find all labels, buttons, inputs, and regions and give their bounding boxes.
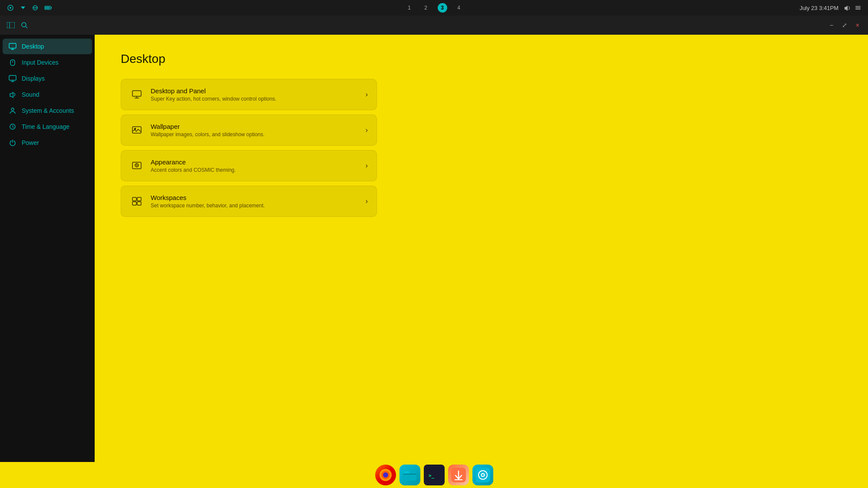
svg-rect-8 (855, 6, 861, 7)
svg-rect-18 (10, 60, 15, 66)
desktop-panel-icon (130, 88, 144, 102)
input-devices-icon (9, 59, 17, 66)
top-bar: 1 2 3 4 July 23 3:41PM (0, 0, 868, 16)
card-desktop-panel[interactable]: Desktop and Panel Super Key action, hot … (121, 79, 377, 110)
speaker-icon[interactable] (844, 5, 851, 11)
power-icon (9, 139, 17, 146)
displays-icon (9, 75, 17, 82)
desktop-icon (9, 43, 17, 50)
sidebar-item-input-devices[interactable]: Input Devices (3, 55, 92, 70)
workspace-4[interactable]: 4 (454, 3, 464, 13)
sidebar-item-desktop[interactable]: Desktop (3, 39, 92, 54)
taskbar-app-files[interactable] (399, 465, 420, 485)
secondary-toolbar: − ⤢ × (0, 16, 868, 35)
svg-point-51 (482, 474, 484, 476)
card-wallpaper[interactable]: Wallpaper Wallpaper images, colors, and … (121, 115, 377, 146)
clock: July 23 3:41PM (799, 5, 838, 11)
system-tray (844, 5, 861, 11)
sidebar-item-system-accounts[interactable]: System & Accounts (3, 103, 92, 118)
chevron-right-icon-3: › (366, 162, 368, 170)
taskbar-app-downloader[interactable] (448, 465, 469, 485)
svg-rect-7 (45, 7, 50, 9)
svg-rect-37 (132, 202, 136, 205)
svg-rect-10 (855, 9, 861, 10)
card-appearance-desc: Accent colors and COSMIC theming. (151, 167, 361, 173)
taskbar-app-terminal[interactable]: >_ (424, 465, 445, 485)
system-accounts-icon (9, 107, 17, 114)
page-title: Desktop (121, 52, 842, 66)
arrow-down-icon[interactable] (20, 5, 26, 11)
sidebar-item-displays[interactable]: Displays (3, 71, 92, 86)
sidebar-item-time-language[interactable]: Time & Language (3, 119, 92, 134)
wallpaper-icon (130, 123, 144, 137)
card-wallpaper-desc: Wallpaper images, colors, and slideshow … (151, 131, 361, 138)
card-desktop-panel-text: Desktop and Panel Super Key action, hot … (151, 87, 361, 102)
svg-point-41 (383, 472, 388, 478)
svg-text:>_: >_ (429, 473, 435, 478)
card-workspaces-desc: Set workspace number, behavior, and plac… (151, 203, 361, 209)
workspace-switcher: 1 2 3 4 (405, 3, 464, 13)
card-workspaces[interactable]: Workspaces Set workspace number, behavio… (121, 186, 377, 217)
sound-icon (9, 91, 17, 98)
sidebar-item-sound[interactable]: Sound (3, 87, 92, 102)
workspaces-icon (130, 194, 144, 208)
taskbar-app-proxy[interactable] (472, 465, 493, 485)
sidebar-label-power: Power (22, 139, 39, 146)
maximize-button[interactable]: ⤢ (840, 21, 849, 29)
main-area: Desktop Input Devices Displays (0, 35, 868, 462)
chevron-right-icon-2: › (366, 126, 368, 134)
sidebar: Desktop Input Devices Displays (0, 35, 95, 462)
sidebar-label-sound: Sound (22, 91, 39, 98)
taskbar: >_ (0, 462, 868, 488)
content-area: Desktop Desktop and Panel Super Key acti… (95, 35, 868, 462)
svg-rect-9 (855, 7, 861, 8)
svg-rect-11 (7, 22, 15, 28)
svg-rect-35 (132, 197, 136, 201)
svg-point-23 (11, 108, 14, 111)
card-workspaces-text: Workspaces Set workspace number, behavio… (151, 194, 361, 209)
card-wallpaper-title: Wallpaper (151, 123, 361, 130)
card-workspaces-title: Workspaces (151, 194, 361, 201)
appearance-icon (130, 159, 144, 173)
svg-line-26 (13, 127, 14, 128)
no-disturb-icon[interactable] (32, 5, 38, 11)
card-wallpaper-text: Wallpaper Wallpaper images, colors, and … (151, 123, 361, 138)
svg-point-32 (135, 128, 136, 130)
card-appearance[interactable]: Appearance Accent colors and COSMIC them… (121, 150, 377, 181)
window-controls: − ⤢ × (828, 21, 861, 29)
svg-rect-38 (137, 202, 141, 205)
svg-rect-36 (137, 197, 141, 201)
minimize-button[interactable]: − (828, 21, 835, 29)
settings-tray-icon[interactable] (855, 5, 861, 11)
close-button[interactable]: × (854, 21, 861, 29)
battery-icon[interactable] (44, 5, 52, 10)
top-bar-left (7, 4, 52, 11)
svg-rect-28 (132, 91, 141, 96)
svg-point-1 (10, 7, 11, 9)
sidebar-item-power[interactable]: Power (3, 135, 92, 151)
time-icon (9, 123, 17, 130)
svg-rect-43 (403, 471, 409, 474)
system-icon[interactable] (7, 4, 14, 11)
sidebar-label-desktop: Desktop (22, 43, 44, 50)
svg-line-14 (26, 26, 27, 28)
svg-point-13 (22, 23, 26, 27)
card-desktop-panel-title: Desktop and Panel (151, 87, 361, 95)
workspace-3[interactable]: 3 (438, 3, 447, 13)
sidebar-label-displays: Displays (22, 75, 45, 82)
workspace-1[interactable]: 1 (405, 3, 414, 13)
sidebar-label-time: Time & Language (22, 123, 69, 130)
card-appearance-text: Appearance Accent colors and COSMIC them… (151, 158, 361, 173)
taskbar-app-firefox[interactable] (375, 465, 396, 485)
card-appearance-title: Appearance (151, 158, 361, 166)
sidebar-label-input: Input Devices (22, 59, 59, 66)
chevron-right-icon: › (366, 91, 368, 98)
search-icon[interactable] (21, 22, 28, 29)
top-bar-right: July 23 3:41PM (799, 5, 861, 11)
svg-rect-31 (132, 127, 141, 133)
sidebar-toggle-icon[interactable] (7, 22, 15, 28)
card-desktop-panel-desc: Super Key action, hot corners, window co… (151, 96, 361, 102)
chevron-right-icon-4: › (366, 197, 368, 205)
svg-rect-15 (9, 43, 16, 48)
workspace-2[interactable]: 2 (421, 3, 431, 13)
